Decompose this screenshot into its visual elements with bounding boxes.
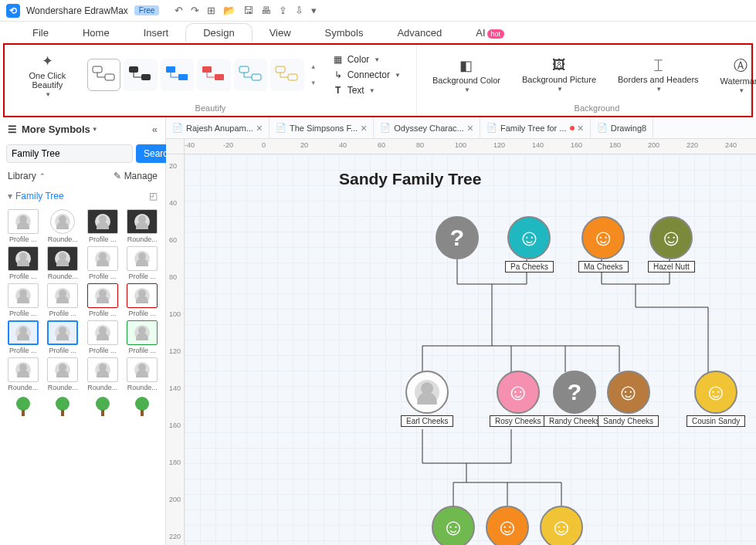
color-grid-icon: ▦ — [332, 54, 344, 65]
tree-node[interactable]: ?Randy Cheeks — [544, 371, 605, 427]
symbol-search-input[interactable] — [6, 144, 133, 163]
print-icon[interactable]: 🖶 — [261, 5, 271, 16]
shape-item[interactable]: Profile ... — [124, 283, 161, 317]
shape-item[interactable]: Rounde... — [45, 209, 82, 243]
shape-item[interactable]: Profile ... — [45, 283, 82, 317]
canvas[interactable]: Sandy Family Tree ?☺Pa Cheeks☺Ma Cheeks☺… — [185, 154, 756, 545]
close-tab-icon[interactable]: × — [256, 122, 263, 134]
theme-option-3[interactable] — [161, 59, 194, 91]
doc-tab[interactable]: 📄The Simpsons F...× — [270, 117, 374, 138]
theme-option-6[interactable] — [270, 59, 303, 91]
shape-item[interactable]: Profile ... — [84, 246, 121, 280]
theme-option-1[interactable] — [87, 59, 121, 91]
menu-home[interactable]: Home — [66, 24, 127, 42]
theme-option-2[interactable] — [124, 59, 157, 91]
tree-node[interactable]: Earl Cheeks — [401, 371, 453, 427]
shape-item[interactable]: Rounde... — [84, 357, 121, 391]
doc-tab[interactable]: 📄Drawing8 — [591, 117, 653, 138]
borders-headers-button[interactable]: ⌶Borders and Headers▼ — [609, 54, 708, 96]
doc-tab[interactable]: 📄Family Tree for ...× — [480, 117, 591, 138]
shape-item[interactable] — [5, 394, 42, 421]
tab-label: The Simpsons F... — [290, 124, 358, 133]
canvas-area: 📄Rajesh Anupam...×📄The Simpsons F...×📄Od… — [166, 117, 756, 545]
family-tree-section[interactable]: ▾ Family Tree ◰ — [0, 186, 165, 206]
qat-more-icon[interactable]: ▾ — [311, 5, 317, 16]
tree-node[interactable]: ☺Pa Cheeks — [505, 216, 554, 272]
menu-ai[interactable]: AIhot — [459, 24, 521, 42]
menu-advanced[interactable]: Advanced — [380, 24, 459, 42]
hot-badge: hot — [487, 29, 505, 39]
close-tab-icon[interactable]: × — [467, 122, 473, 134]
shape-item[interactable]: Profile ... — [124, 320, 161, 354]
open-icon[interactable]: 📂 — [223, 5, 236, 16]
menu-file[interactable]: File — [15, 24, 66, 42]
manage-library-button[interactable]: ✎ Manage — [114, 171, 158, 181]
theme-option-4[interactable] — [197, 59, 230, 91]
tree-node[interactable]: ☺Sandy Cheeks — [598, 371, 659, 427]
shape-thumb — [127, 209, 158, 234]
theme-scroll-up-icon[interactable]: ▲ — [310, 63, 317, 70]
tree-node[interactable]: ☺ — [486, 506, 529, 545]
export-icon[interactable]: ⇪ — [279, 5, 287, 16]
theme-more-icon[interactable]: ▼ — [310, 80, 317, 86]
shape-item[interactable]: Profile ... — [5, 320, 42, 354]
chevron-down-icon[interactable]: ▼ — [45, 91, 51, 98]
shape-item[interactable]: Rounde... — [124, 209, 161, 243]
redo-icon[interactable]: ↷ — [191, 5, 199, 16]
save-icon[interactable]: 🖫 — [243, 5, 253, 16]
shape-thumb — [87, 246, 118, 271]
tree-node[interactable]: ☺Hazel Nutt — [648, 216, 695, 272]
shape-item[interactable]: Rounde... — [124, 357, 161, 391]
character-avatar-icon: ☺ — [649, 216, 693, 259]
shape-item[interactable]: Profile ... — [5, 209, 42, 243]
doc-tab[interactable]: 📄Odyssey Charac...× — [374, 117, 480, 138]
shape-item[interactable]: Rounde... — [45, 357, 82, 391]
tree-node[interactable]: ☺ — [432, 506, 475, 545]
tree-node[interactable]: ☺ — [540, 506, 583, 545]
shape-item[interactable] — [84, 394, 121, 421]
tree-node[interactable]: ☺Ma Cheeks — [578, 216, 629, 272]
svg-rect-6 — [202, 66, 212, 73]
more-symbols-title[interactable]: More Symbols — [22, 124, 90, 135]
shape-item[interactable]: Profile ... — [84, 209, 121, 243]
shape-item[interactable]: Profile ... — [84, 283, 121, 317]
menu-view[interactable]: View — [253, 24, 308, 42]
collapse-panel-icon[interactable]: « — [152, 124, 158, 135]
theme-option-5[interactable] — [234, 59, 267, 91]
shape-item[interactable]: Profile ... — [5, 283, 42, 317]
tree-node[interactable]: ☺Cousin Sandy — [687, 371, 745, 427]
menu-symbols[interactable]: Symbols — [308, 24, 381, 42]
close-tab-icon[interactable]: × — [578, 122, 584, 134]
menu-design[interactable]: Design — [185, 23, 252, 42]
shape-item[interactable] — [124, 394, 161, 421]
shape-item[interactable]: Profile ... — [124, 246, 161, 280]
shape-item[interactable] — [45, 394, 82, 421]
background-picture-button[interactable]: 🖼Background Picture▼ — [513, 54, 605, 96]
doc-tab[interactable]: 📄Rajesh Anupam...× — [166, 117, 270, 138]
close-tab-icon[interactable]: × — [361, 122, 367, 134]
text-dropdown[interactable]: TText▼ — [329, 83, 404, 97]
color-dropdown[interactable]: ▦Color▼ — [329, 52, 404, 66]
shape-item[interactable]: Profile ... — [5, 246, 42, 280]
chevron-down-icon[interactable]: ▼ — [92, 126, 98, 133]
connector-dropdown[interactable]: ↳Connector▼ — [329, 68, 404, 82]
undo-icon[interactable]: ↶ — [175, 5, 183, 16]
shape-item[interactable]: Profile ... — [45, 320, 82, 354]
shape-item[interactable]: Rounde... — [5, 357, 42, 391]
shape-item[interactable]: Rounde... — [45, 246, 82, 280]
background-color-button[interactable]: ◧Background Color▼ — [423, 54, 510, 96]
import-icon[interactable]: ⇩ — [295, 5, 303, 16]
tree-node[interactable]: ? — [436, 216, 479, 259]
diagram-title[interactable]: Sandy Family Tree — [339, 170, 481, 188]
list-icon: ☰ — [8, 124, 17, 135]
library-label[interactable]: Library — [8, 171, 36, 181]
chevron-up-icon[interactable]: ⌃ — [39, 172, 46, 180]
one-click-beautify-button[interactable]: ✦ One Click Beautify ▼ — [11, 49, 84, 101]
menu-insert[interactable]: Insert — [127, 24, 186, 42]
tree-node[interactable]: ☺Rosy Cheeks — [490, 371, 546, 427]
shape-item[interactable]: Profile ... — [84, 320, 121, 354]
watermark-button[interactable]: ⒶWatermark▼ — [711, 53, 756, 97]
menubar: FileHomeInsertDesignViewSymbolsAdvancedA… — [0, 22, 756, 43]
node-label: Sandy Cheeks — [598, 415, 659, 427]
new-icon[interactable]: ⊞ — [207, 5, 215, 16]
